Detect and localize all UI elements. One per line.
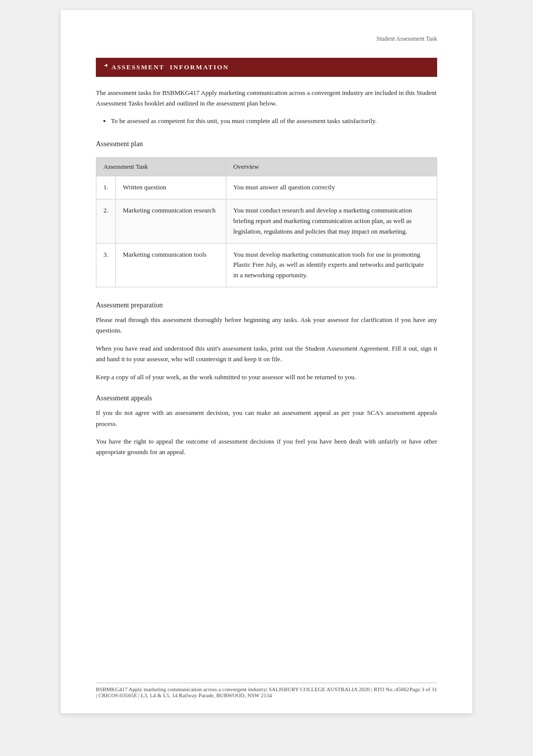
banner-icon: 𝀀	[104, 63, 107, 72]
table-col2-header: Overview	[226, 158, 437, 176]
task-number: 2.	[96, 199, 116, 243]
footer-page-number: Page 3 of 31	[410, 686, 437, 698]
page-footer: BSBMKG417 Apply marketing communication …	[96, 683, 437, 698]
task-overview: You must develop marketing communication…	[226, 243, 437, 287]
task-number: 3.	[96, 243, 116, 287]
intro-bullet-list: To be assessed as competent for this uni…	[111, 116, 437, 127]
assessment-preparation-heading: Assessment preparation	[96, 301, 437, 309]
assessment-preparation-p3: Keep a copy of all of your work, as the …	[96, 372, 437, 382]
table-row: 1.Written questionYou must answer all qu…	[96, 176, 437, 199]
assessment-appeals-heading: Assessment appeals	[96, 394, 437, 402]
document-page: Student Assessment Task 𝀀 Assessment Inf…	[61, 10, 472, 713]
assessment-preparation-p1: Please read through this assessment thor…	[96, 314, 437, 336]
task-number: 1.	[96, 176, 116, 199]
assessment-table: Assessment Task Overview 1.Written quest…	[96, 157, 437, 287]
table-row: 3.Marketing communication toolsYou must …	[96, 243, 437, 287]
banner-title: Assessment Information	[111, 63, 229, 71]
assessment-preparation-p2: When you have read and understood this u…	[96, 343, 437, 365]
task-name: Marketing communication tools	[115, 243, 226, 287]
task-name: Written question	[115, 176, 226, 199]
intro-bullet1: To be assessed as competent for this uni…	[111, 116, 437, 127]
intro-paragraph1: The assessment tasks for BSBMKG417 Apply…	[96, 88, 437, 109]
task-overview: You must conduct research and develop a …	[226, 199, 437, 243]
assessment-appeals-p1: If you do not agree with an assessment d…	[96, 407, 437, 429]
task-name: Marketing communication research	[115, 199, 226, 243]
table-col1-header: Assessment Task	[96, 158, 226, 176]
page-header: Student Assessment Task	[96, 35, 437, 43]
assessment-plan-heading: Assessment plan	[96, 140, 437, 148]
task-overview: You must answer all question correctly	[226, 176, 437, 199]
footer-left-text: BSBMKG417 Apply marketing communication …	[96, 686, 410, 698]
header-label: Student Assessment Task	[376, 35, 437, 42]
assessment-appeals-p2: You have the right to appeal the outcome…	[96, 436, 437, 458]
assessment-banner: 𝀀 Assessment Information	[96, 58, 437, 77]
table-row: 2.Marketing communication researchYou mu…	[96, 199, 437, 243]
